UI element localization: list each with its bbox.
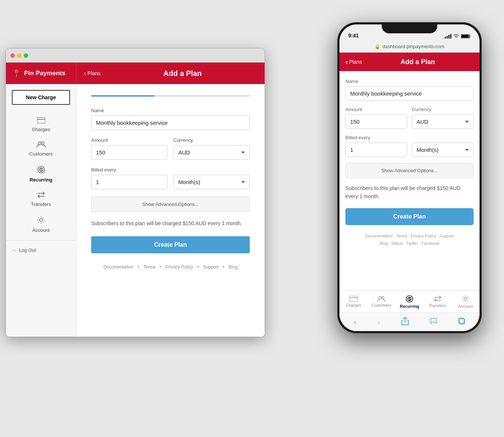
desktop-amount-col: Amount xyxy=(91,137,168,167)
mobile-browser-forward-button[interactable]: › xyxy=(375,315,383,329)
signal-icon xyxy=(445,34,451,39)
browser-dot-minimize[interactable] xyxy=(17,53,21,58)
phone-inner: 9:41 xyxy=(339,24,480,331)
footer-support[interactable]: Support xyxy=(203,264,219,270)
mobile-back-link[interactable]: Plans xyxy=(345,58,362,66)
svg-point-3 xyxy=(41,142,44,145)
footer-terms[interactable]: Terms xyxy=(143,264,156,270)
mobile-footer-row2: Blog · Status · Twitter · Facebook xyxy=(345,240,474,247)
mobile-amount-col: Amount xyxy=(345,107,407,135)
mobile-tab-charges[interactable]: Charges xyxy=(339,293,368,310)
status-time: 9:41 xyxy=(348,33,359,39)
desktop-browser-window: 📍 Pin Payments Plans Add a Plan New Char… xyxy=(6,48,265,337)
mobile-tab-recurring[interactable]: $ Recurring xyxy=(395,292,424,311)
mobile-advanced-options-button[interactable]: Show Advanced Options... xyxy=(345,163,474,178)
sidebar-item-recurring[interactable]: $ Recurring xyxy=(6,161,76,187)
desktop-advanced-options-button[interactable]: Show Advanced Options... xyxy=(91,197,250,212)
desktop-period-col: Day(s) Week(s) Month(s) Year(s) xyxy=(173,167,250,197)
desktop-back-link[interactable]: Plans xyxy=(84,70,100,77)
mobile-name-input[interactable] xyxy=(345,86,474,101)
new-charge-button[interactable]: New Charge xyxy=(12,90,70,105)
mobile-currency-select[interactable]: AUD USD xyxy=(412,114,474,129)
desktop-name-label: Name xyxy=(91,108,250,113)
logout-item[interactable]: ← Log Out xyxy=(6,244,76,257)
sidebar-item-customers[interactable]: Customers xyxy=(6,137,76,161)
desktop-billed-input[interactable] xyxy=(91,175,168,189)
desktop-amount-input[interactable] xyxy=(91,145,168,160)
mobile-name-label: Name xyxy=(345,79,474,84)
sidebar-item-account[interactable]: Account xyxy=(6,211,76,237)
customers-icon xyxy=(37,141,46,150)
svg-point-9 xyxy=(40,218,43,221)
mobile-url-bar[interactable]: 🔒 dashboard.pinpayments.com xyxy=(339,41,480,53)
recurring-icon: $ xyxy=(37,166,45,176)
sidebar-label-account: Account xyxy=(32,227,50,233)
desktop-progress-bar xyxy=(91,95,250,97)
phone-notch xyxy=(382,22,437,33)
mobile-tab-customers[interactable]: Customers xyxy=(368,293,396,310)
mobile-tab-charges-label: Charges xyxy=(346,303,361,307)
desktop-billed-group: Billed every xyxy=(91,167,168,189)
desktop-app-body: New Charge Charges Customers $ Recurring xyxy=(6,84,265,337)
footer-sep1: • xyxy=(137,264,140,270)
sidebar-header: 📍 Pin Payments xyxy=(6,63,76,84)
desktop-plan-description: Subscribers to this plan will be charged… xyxy=(91,219,250,227)
sidebar-item-charges[interactable]: Charges xyxy=(6,112,76,137)
footer-sep2: • xyxy=(160,264,163,270)
desktop-name-input[interactable] xyxy=(91,116,250,130)
desktop-main-header: Plans Add a Plan xyxy=(76,69,265,78)
mobile-browser-share-button[interactable] xyxy=(398,314,412,330)
desktop-billed-col: Billed every xyxy=(91,167,168,197)
svg-rect-12 xyxy=(448,35,450,39)
mobile-tab-account[interactable]: Account xyxy=(451,292,480,311)
mobile-browser-bookmarks-button[interactable] xyxy=(427,314,440,330)
footer-sep3: • xyxy=(197,264,200,270)
mobile-browser-tabs-button[interactable] xyxy=(455,315,468,329)
sidebar-label-transfers: Transfers xyxy=(31,201,51,207)
desktop-progress-bar-fill xyxy=(91,95,155,97)
mobile-plan-description: Subscribers to this plan will be charged… xyxy=(345,184,474,201)
footer-doc[interactable]: Documentation xyxy=(103,264,133,270)
svg-rect-15 xyxy=(461,35,469,38)
mobile-tab-customers-label: Customers xyxy=(372,303,391,307)
mobile-url-text: dashboard.pinpayments.com xyxy=(382,44,444,49)
browser-dot-close[interactable] xyxy=(10,53,15,58)
sidebar-label-recurring: Recurring xyxy=(30,177,52,183)
mobile-footer-links: Documentation · Terms · Privacy Policy ·… xyxy=(345,233,474,247)
mobile-browser-back-button[interactable]: ‹ xyxy=(351,315,359,329)
sidebar-label-charges: Charges xyxy=(32,127,50,132)
svg-point-19 xyxy=(381,297,384,299)
desktop-period-group: Day(s) Week(s) Month(s) Year(s) xyxy=(173,167,250,189)
mobile-app-header: Plans Add a Plan xyxy=(339,53,480,71)
svg-point-2 xyxy=(38,142,41,145)
mobile-currency-col: Currency AUD USD xyxy=(412,107,474,135)
brand-name: Pin Payments xyxy=(24,70,66,77)
mobile-billed-col: Billed every xyxy=(345,135,407,163)
mobile-charges-icon xyxy=(349,296,358,302)
lock-icon: 🔒 xyxy=(375,44,380,49)
mobile-billed-label: Billed every xyxy=(345,135,407,140)
mobile-period-select[interactable]: Day(s) Week(s) Month(s) Year(s) xyxy=(412,143,474,157)
mobile-billed-input[interactable] xyxy=(345,143,407,157)
svg-text:$: $ xyxy=(408,297,411,301)
sidebar-item-transfers[interactable]: Transfers xyxy=(6,187,76,211)
desktop-period-select[interactable]: Day(s) Week(s) Month(s) Year(s) xyxy=(173,175,250,189)
desktop-currency-select[interactable]: AUD USD GBP xyxy=(173,145,250,160)
browser-dot-maximize[interactable] xyxy=(24,53,28,58)
status-icons xyxy=(445,34,471,39)
mobile-customers-icon xyxy=(377,296,385,302)
mobile-tab-transfers[interactable]: Transfers xyxy=(424,293,452,311)
mobile-amount-input[interactable] xyxy=(345,114,407,129)
svg-rect-16 xyxy=(349,296,358,302)
transfers-icon xyxy=(37,191,45,200)
account-icon xyxy=(37,216,45,226)
desktop-currency-group: Currency AUD USD GBP xyxy=(173,137,250,160)
svg-text:$: $ xyxy=(40,168,42,172)
desktop-create-plan-button[interactable]: Create Plan xyxy=(91,236,250,253)
mobile-phone-wrapper: 9:41 xyxy=(337,22,482,333)
desktop-footer-links: Documentation • Terms • Privacy Policy •… xyxy=(91,264,250,270)
footer-blog[interactable]: Blog xyxy=(229,264,238,270)
footer-privacy[interactable]: Privacy Policy xyxy=(165,264,193,270)
mobile-phone-outer: 9:41 xyxy=(337,22,482,333)
mobile-create-plan-button[interactable]: Create Plan xyxy=(345,208,474,225)
